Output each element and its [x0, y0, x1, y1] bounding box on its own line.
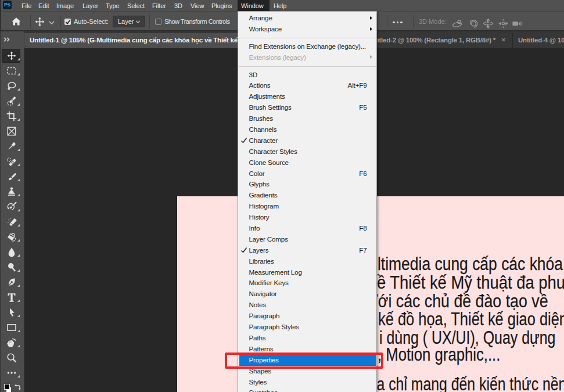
menubar-item-type[interactable]: Type: [106, 0, 119, 12]
menu-item-shortcut: F8: [359, 223, 367, 234]
menu-item-history[interactable]: History: [239, 212, 376, 223]
menu-item-glyphs[interactable]: Glyphs: [239, 179, 376, 190]
menubar-item-filter[interactable]: Filter: [152, 0, 166, 12]
menu-item-character-styles[interactable]: Character Styles: [239, 146, 376, 157]
auto-select-target-dropdown[interactable]: Layer: [113, 16, 145, 27]
screen-left-edge: [0, 0, 1, 31]
menu-item-workspace[interactable]: Workspace: [239, 24, 376, 35]
gradient-tool-icon[interactable]: [6, 232, 17, 242]
menu-item-brushes[interactable]: Brushes: [239, 113, 376, 124]
menu-item-modifier-keys[interactable]: Modifier Keys: [239, 278, 376, 289]
canvas-text-line-7: ịa chỉ mang đến kiến thức nền: [373, 375, 564, 392]
eraser-tool-icon[interactable]: [6, 217, 17, 227]
type-tool-icon[interactable]: [6, 292, 17, 303]
menu-item-arrange[interactable]: Arrange: [239, 13, 376, 24]
path-selection-tool-icon[interactable]: [6, 307, 17, 318]
menubar-item-help[interactable]: Help: [274, 0, 286, 12]
clone-stamp-tool-icon[interactable]: [6, 186, 17, 197]
canvas-text-line-2: ề Thiết kế Mỹ thuật đa phương: [377, 274, 564, 292]
menu-item-styles[interactable]: Styles: [239, 377, 376, 388]
menubar-item-select[interactable]: Select: [127, 0, 145, 12]
rectangle-tool-icon[interactable]: [6, 322, 17, 333]
menubar-item-file[interactable]: File: [21, 0, 31, 12]
menu-item-navigator[interactable]: Navigator: [239, 289, 376, 300]
menu-item-label: Measurement Log: [249, 267, 302, 278]
object-selection-tool-icon[interactable]: [6, 96, 17, 106]
menu-item-label: History: [249, 212, 270, 223]
menu-item-color[interactable]: ColorF6: [239, 168, 376, 179]
blur-tool-icon[interactable]: [6, 247, 17, 257]
edit-toolbar-ellipsis-icon[interactable]: [6, 368, 17, 378]
menu-item-label: Clone Source: [249, 157, 289, 168]
zoom-tool-icon[interactable]: [6, 353, 17, 363]
menu-item-channels[interactable]: Channels: [239, 124, 376, 135]
menu-item-label: Actions: [249, 80, 271, 91]
document-tab-3[interactable]: Untitled-4 @ 100% (Layer 1, RGB/8#): [512, 33, 564, 48]
roll-3d-icon[interactable]: [468, 18, 479, 29]
frame-tool-icon[interactable]: [6, 126, 17, 136]
healing-brush-tool-icon[interactable]: [6, 156, 17, 167]
eyedropper-tool-icon[interactable]: [6, 141, 17, 152]
brush-tool-icon[interactable]: [6, 171, 17, 182]
menu-item-label: Layer Comps: [249, 234, 288, 245]
tool-preset-chevron-icon[interactable]: [49, 21, 55, 24]
show-transform-checkbox[interactable]: [155, 19, 161, 25]
slide-3d-icon[interactable]: [498, 18, 509, 29]
menu-item-label: Navigator: [249, 289, 277, 300]
move-tool-icon[interactable]: [6, 51, 17, 61]
canvas-text-line-6: , Motion graphic,...: [378, 346, 500, 364]
menu-item-adjustments[interactable]: Adjustments: [239, 91, 376, 102]
marquee-tool-icon[interactable]: [6, 66, 17, 76]
menubar-item-window[interactable]: Window: [241, 0, 264, 12]
menu-item-brush-settings[interactable]: Brush SettingsF5: [239, 102, 376, 113]
menu-item-extensions-legacy[interactable]: Extensions (legacy): [239, 52, 376, 63]
auto-select-checkbox[interactable]: [64, 19, 71, 25]
menu-item-gradients[interactable]: Gradients: [239, 190, 376, 201]
menu-item-notes[interactable]: Notes: [239, 300, 376, 311]
menu-item-swatches[interactable]: Swatches: [239, 387, 376, 392]
dropdown-chevron-icon: [135, 20, 141, 23]
menu-item-measurement-log[interactable]: Measurement Log: [239, 267, 376, 278]
hand-tool-icon[interactable]: [6, 337, 17, 348]
pen-tool-icon[interactable]: [6, 277, 17, 287]
menubar-item-image[interactable]: Image: [56, 0, 74, 12]
menubar-item-edit[interactable]: Edit: [38, 0, 49, 12]
history-brush-tool-icon[interactable]: [6, 202, 17, 212]
orbit-3d-icon[interactable]: [452, 18, 463, 29]
menu-item-shortcut: F7: [359, 245, 367, 256]
menu-item-libraries[interactable]: Libraries: [239, 256, 376, 267]
home-icon[interactable]: [11, 16, 21, 27]
pan-3d-icon[interactable]: [483, 18, 494, 29]
menu-item-shortcut: F5: [359, 102, 367, 113]
menu-item-layers[interactable]: LayersF7: [239, 245, 376, 256]
dodge-tool-icon[interactable]: [6, 262, 17, 272]
menu-item-find-extensions-on-exchange-legacy[interactable]: Find Extensions on Exchange (legacy)...: [239, 41, 376, 52]
menu-item-paths[interactable]: Paths: [239, 333, 376, 344]
more-options-ellipsis-icon[interactable]: [393, 21, 403, 24]
canvas-text-line-4: kế đồ họa, Thiết kế giao diện: [378, 310, 564, 328]
menu-item-histogram[interactable]: Histogram: [239, 201, 376, 212]
menu-item-character[interactable]: Character: [239, 135, 376, 146]
crop-tool-icon[interactable]: [6, 111, 17, 121]
menu-item-label: Layers: [249, 245, 269, 256]
menu-item-info[interactable]: InfoF8: [239, 223, 376, 234]
menu-item-paragraph-styles[interactable]: Paragraph Styles: [239, 322, 376, 333]
menu-item-3d[interactable]: 3D: [239, 70, 376, 81]
menubar-item-3d[interactable]: 3D: [174, 0, 182, 12]
menubar-item-plugins[interactable]: Plugins: [211, 0, 232, 12]
move-tool-preset-icon[interactable]: [35, 17, 45, 27]
menubar-item-view[interactable]: View: [191, 0, 204, 12]
toolbar-collapse-chevrons[interactable]: [3, 34, 10, 44]
menu-item-actions[interactable]: ActionsAlt+F9: [239, 80, 376, 91]
menu-item-clone-source[interactable]: Clone Source: [239, 157, 376, 168]
tab-close-icon[interactable]: ×: [501, 33, 506, 47]
camera-3d-icon[interactable]: [512, 18, 523, 29]
document-tab-2[interactable]: Untitled-2 @ 100% (Rectangle 1, RGB/8#) …: [359, 33, 512, 48]
swap-colors-icon[interactable]: [14, 384, 21, 391]
menu-item-layer-comps[interactable]: Layer Comps: [239, 234, 376, 245]
menu-item-paragraph[interactable]: Paragraph: [239, 311, 376, 322]
default-colors-icon[interactable]: [4, 384, 12, 392]
menubar-item-layer[interactable]: Layer: [82, 0, 98, 12]
lasso-tool-icon[interactable]: [6, 81, 17, 91]
menu-item-label: Info: [249, 223, 260, 234]
